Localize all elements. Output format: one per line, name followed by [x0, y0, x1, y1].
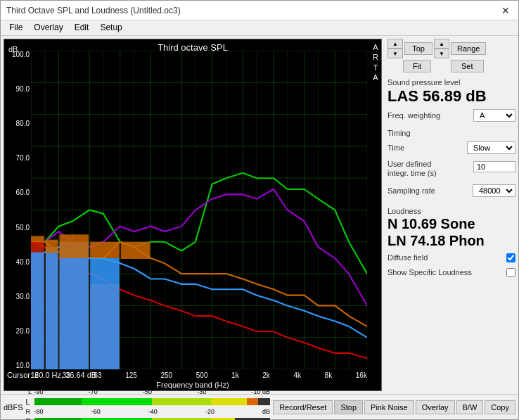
dbfs-label: dBFS: [4, 403, 23, 412]
main-window: Third Octave SPL and Loudness (Untitled.…: [0, 0, 519, 420]
time-row: Time Slow Fast Impulse: [387, 141, 515, 154]
chart-svg: [31, 51, 367, 369]
l-meter-bar: [34, 398, 271, 405]
spl-label: Sound pressure level: [387, 78, 515, 87]
copy-button[interactable]: Copy: [485, 400, 515, 414]
x-label-4k: 4k: [293, 371, 301, 379]
menu-setup[interactable]: Setup: [94, 22, 127, 34]
main-content: dB Third octave SPL A R T A 100.0 90.0 8…: [1, 36, 518, 394]
menu-overlay[interactable]: Overlay: [28, 22, 68, 34]
spl-value: LAS 56.89 dB: [387, 88, 515, 105]
tick-minus60: -60: [91, 408, 101, 415]
top-arrows: ▲ ▼: [387, 39, 403, 58]
top-controls: ▲ ▼ Top ▲ ▼ Range Fit Set: [387, 39, 515, 72]
time-label: Time: [387, 144, 404, 152]
fit-set-row: Fit Set: [403, 60, 486, 72]
y-label-30: 30.0: [6, 293, 30, 300]
fit-button[interactable]: Fit: [403, 60, 431, 72]
y-label-90: 90.0: [6, 85, 30, 93]
l-channel-label: L: [26, 398, 33, 406]
r-meter-row: R: [26, 416, 271, 420]
spl-section: Sound pressure level LAS 56.89 dB: [387, 78, 515, 105]
chart-area: dB Third octave SPL A R T A 100.0 90.0 8…: [4, 39, 382, 391]
close-button[interactable]: ✕: [499, 4, 513, 18]
stop-button[interactable]: Stop: [334, 400, 363, 414]
l-orange: [247, 398, 259, 405]
x-label-250: 250: [161, 371, 173, 379]
freq-weighting-row: Freq. weighting A B C Z: [387, 109, 515, 122]
l-yellow: [211, 398, 246, 405]
x-label-125: 125: [125, 371, 137, 379]
x-label-500: 500: [196, 371, 208, 379]
range-button[interactable]: Range: [451, 42, 486, 55]
svg-rect-38: [31, 253, 44, 369]
y-label-20: 20.0: [6, 327, 30, 335]
x-label-1k: 1k: [231, 371, 239, 379]
loudness-section: Loudness N 10.69 Sone LN 74.18 Phon: [387, 204, 515, 249]
window-title: Third Octave SPL and Loudness (Untitled.…: [6, 6, 181, 15]
menu-file[interactable]: File: [4, 22, 28, 34]
diffuse-field-label: Diffuse field: [387, 253, 428, 262]
top-nav-group: ▲ ▼ Top ▲ ▼ Range Fit Set: [387, 39, 486, 72]
range-up-btn[interactable]: ▲: [434, 39, 449, 49]
l-empty: [258, 398, 270, 405]
svg-rect-39: [46, 247, 58, 369]
show-specific-checkbox[interactable]: [506, 268, 515, 277]
sampling-rate-row: Sampling rate 48000 44100 96000: [387, 184, 515, 197]
top-button[interactable]: Top: [404, 42, 432, 55]
bottom-bar: dBFS L -90 -70 -50 -30 -10 dB L: [1, 394, 518, 419]
l-meter-row: L: [26, 397, 271, 407]
x-label-16k: 16k: [356, 371, 367, 379]
svg-rect-42: [31, 236, 44, 241]
right-panel: ▲ ▼ Top ▲ ▼ Range Fit Set: [385, 36, 518, 394]
diffuse-field-checkbox[interactable]: [506, 253, 515, 262]
loudness-n-value: N 10.69 Sone: [387, 215, 515, 232]
freq-weighting-select[interactable]: A B C Z: [473, 109, 515, 122]
bw-button[interactable]: B/W: [456, 400, 484, 414]
y-label-10: 10.0: [6, 362, 30, 369]
y-axis-labels: 100.0 90.0 80.0 70.0 60.0 50.0 40.0 30.0…: [4, 51, 31, 369]
y-label-100: 100.0: [6, 51, 30, 58]
menu-edit[interactable]: Edit: [69, 22, 95, 34]
tick-db: dB: [262, 408, 270, 415]
top-up-btn[interactable]: ▲: [387, 39, 403, 49]
svg-rect-41: [90, 258, 120, 369]
overlay-button[interactable]: Overlay: [416, 400, 455, 414]
time-select[interactable]: Slow Fast Impulse: [467, 141, 515, 154]
l-green-mid: [82, 398, 153, 405]
user-defined-input[interactable]: [473, 161, 515, 172]
svg-rect-45: [90, 242, 120, 258]
sampling-rate-label: Sampling rate: [387, 186, 435, 195]
loudness-label: Loudness: [387, 207, 515, 215]
top-row: ▲ ▼ Top ▲ ▼ Range: [387, 39, 486, 58]
range-down-btn[interactable]: ▼: [434, 49, 449, 58]
title-bar: Third Octave SPL and Loudness (Untitled.…: [1, 1, 518, 20]
show-specific-row: Show Specific Loudness: [387, 268, 515, 277]
x-axis-title: Frequency band (Hz): [156, 381, 229, 389]
chart-canvas: [31, 51, 367, 369]
y-label-50: 50.0: [6, 224, 30, 231]
cursor-info: Cursor: 20.0 Hz, 36.64 dB: [7, 371, 96, 379]
freq-weighting-label: Freq. weighting: [387, 111, 440, 120]
r-channel-label: R: [26, 418, 33, 421]
tick-r-label-top: R: [26, 408, 34, 415]
meter-section: L -90 -70 -50 -30 -10 dB L: [26, 388, 271, 420]
top-down-btn[interactable]: ▼: [387, 49, 403, 58]
svg-rect-44: [60, 234, 89, 258]
tick-minus40: -40: [148, 408, 158, 415]
y-label-40: 40.0: [6, 258, 30, 266]
l-yellow-green: [152, 398, 211, 405]
tick-minus80: -80: [34, 408, 44, 415]
sampling-rate-select[interactable]: 48000 44100 96000: [473, 184, 515, 197]
timing-label: Timing: [387, 129, 515, 137]
show-specific-label: Show Specific Loudness: [387, 268, 472, 276]
menu-bar: File Overlay Edit Setup: [1, 20, 518, 36]
x-label-8k: 8k: [325, 371, 333, 379]
bottom-tick-labels: -80 -60 -40 -20 dB: [34, 408, 271, 415]
set-button[interactable]: Set: [451, 60, 484, 72]
svg-rect-43: [46, 240, 58, 253]
record-reset-button[interactable]: Record/Reset: [273, 400, 333, 414]
user-defined-label: User defined integr. time (s): [387, 160, 451, 178]
user-defined-row: User defined integr. time (s): [387, 160, 515, 178]
pink-noise-button[interactable]: Pink Noise: [364, 400, 414, 414]
